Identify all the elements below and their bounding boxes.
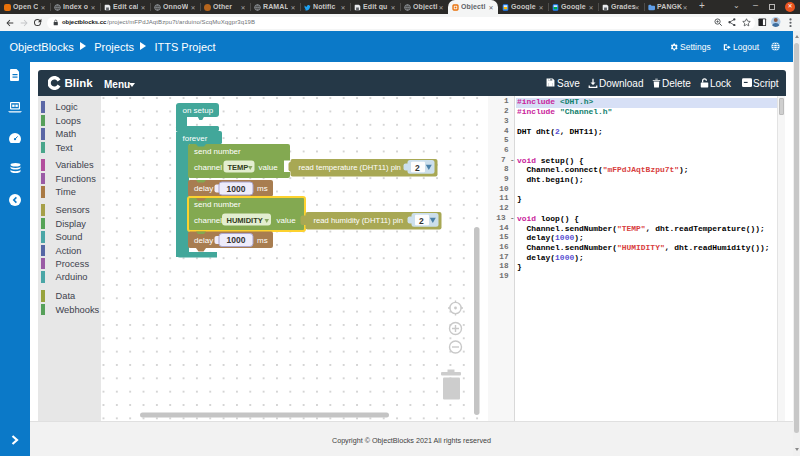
svg-text:1000: 1000	[227, 235, 246, 245]
svg-text:send number: send number	[194, 200, 241, 209]
svg-text:on setup: on setup	[183, 106, 214, 115]
svg-text:TEMP: TEMP	[228, 163, 249, 172]
svg-text:1000: 1000	[227, 184, 246, 194]
svg-text:value: value	[277, 216, 297, 225]
svg-text:2: 2	[419, 216, 424, 226]
svg-text:read temperature (DHT11) pin: read temperature (DHT11) pin	[299, 163, 401, 172]
svg-text:delay: delay	[194, 184, 213, 193]
svg-text:channel: channel	[194, 163, 222, 172]
svg-text:send number: send number	[194, 147, 241, 156]
svg-text:HUMIDITY: HUMIDITY	[227, 216, 263, 225]
svg-text:forever: forever	[183, 134, 208, 143]
svg-text:ms: ms	[257, 236, 268, 245]
svg-text:2: 2	[415, 163, 420, 173]
svg-text:channel: channel	[194, 216, 222, 225]
svg-text:ms: ms	[257, 184, 268, 193]
svg-text:value: value	[259, 163, 279, 172]
svg-text:read humidity (DHT11) pin: read humidity (DHT11) pin	[314, 216, 404, 225]
svg-text:delay: delay	[194, 236, 213, 245]
